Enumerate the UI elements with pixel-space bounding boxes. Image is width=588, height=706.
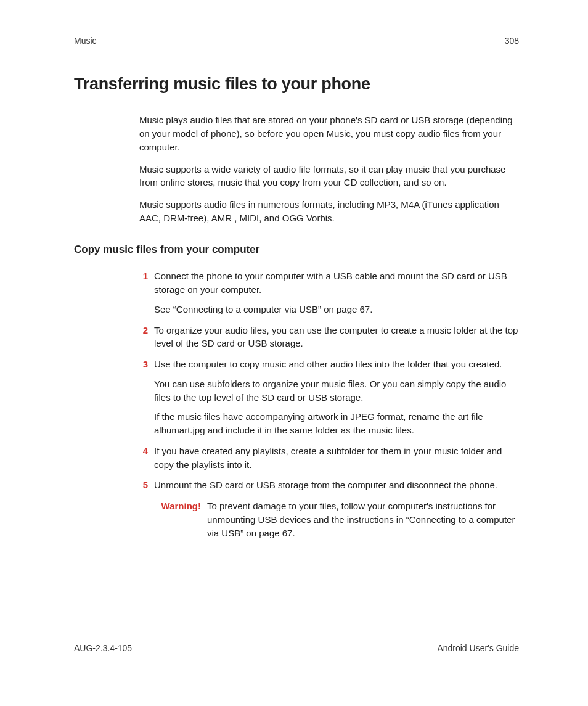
step-item: 1 Connect the phone to your computer wit…	[139, 269, 519, 316]
step-text: To organize your audio files, you can us…	[154, 324, 519, 351]
step-body: Use the computer to copy music and other…	[154, 358, 519, 437]
steps-list: 1 Connect the phone to your computer wit…	[139, 269, 519, 540]
header-page-number: 308	[505, 35, 519, 47]
header-section: Music	[74, 35, 97, 47]
step-item: 2 To organize your audio files, you can …	[139, 324, 519, 351]
step-item: 3 Use the computer to copy music and oth…	[139, 358, 519, 437]
intro-block: Music plays audio files that are stored …	[139, 113, 519, 224]
step-item: 4 If you have created any playlists, cre…	[139, 445, 519, 472]
step-body: Unmount the SD card or USB storage from …	[154, 478, 519, 492]
page-title: Transferring music files to your phone	[74, 72, 519, 96]
step-text: Connect the phone to your computer with …	[154, 269, 519, 297]
step-text: If the music files have accompanying art…	[154, 410, 519, 437]
warning-block: Warning! To prevent damage to your files…	[139, 499, 519, 540]
step-body: To organize your audio files, you can us…	[154, 324, 519, 351]
step-number: 3	[139, 358, 148, 437]
step-body: If you have created any playlists, creat…	[154, 445, 519, 472]
step-number: 1	[139, 269, 148, 316]
header-rule	[74, 51, 519, 51]
warning-label: Warning!	[139, 499, 201, 540]
intro-paragraph: Music supports a wide variety of audio f…	[139, 163, 519, 190]
footer-left: AUG-2.3.4-105	[74, 642, 132, 654]
step-text: Unmount the SD card or USB storage from …	[154, 478, 519, 492]
intro-paragraph: Music plays audio files that are stored …	[139, 113, 519, 154]
step-body: Connect the phone to your computer with …	[154, 269, 519, 316]
page-footer: AUG-2.3.4-105 Android User's Guide	[74, 642, 519, 654]
step-number: 4	[139, 445, 148, 472]
step-text: If you have created any playlists, creat…	[154, 445, 519, 472]
step-number: 2	[139, 324, 148, 351]
step-item: 5 Unmount the SD card or USB storage fro…	[139, 478, 519, 492]
warning-text: To prevent damage to your files, follow …	[207, 499, 519, 540]
intro-paragraph: Music supports audio files in numerous f…	[139, 198, 519, 225]
subheading: Copy music files from your computer	[74, 242, 519, 258]
page-header: Music 308	[74, 35, 519, 47]
step-text: Use the computer to copy music and other…	[154, 358, 519, 371]
step-number: 5	[139, 478, 148, 492]
footer-right: Android User's Guide	[437, 642, 519, 654]
step-text: See “Connecting to a computer via USB” o…	[154, 303, 519, 316]
step-text: You can use subfolders to organize your …	[154, 377, 519, 404]
